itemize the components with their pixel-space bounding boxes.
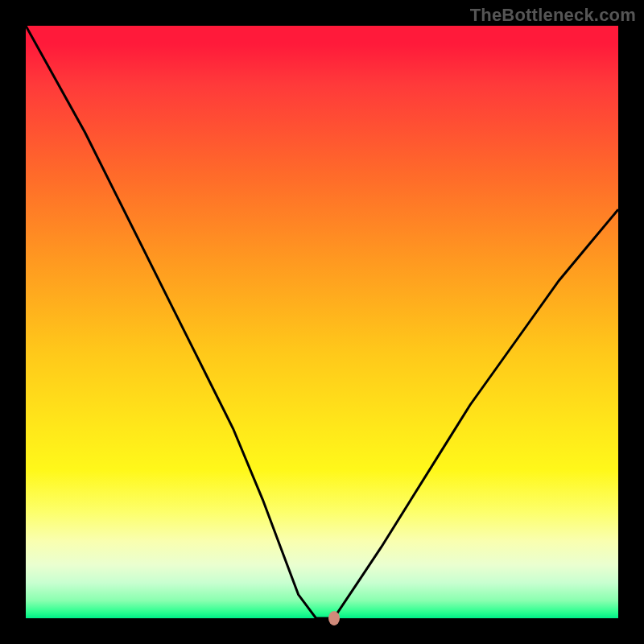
optimal-point-marker — [328, 611, 340, 625]
chart-plot-area — [26, 26, 618, 618]
chart-line-svg — [26, 26, 618, 618]
bottleneck-curve — [26, 26, 618, 618]
watermark-text: TheBottleneck.com — [470, 5, 636, 26]
